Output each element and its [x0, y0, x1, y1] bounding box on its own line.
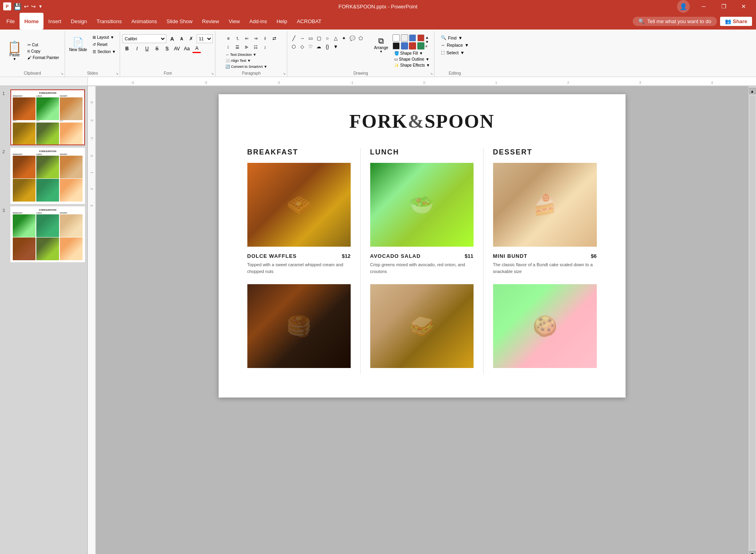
qs-item-5[interactable]	[393, 42, 400, 49]
slide-preview-2[interactable]: FORK&SPOON BREAKFAST LUNCH	[10, 148, 85, 204]
paste-button[interactable]: 📋 Paste ▼	[4, 40, 25, 62]
paste-dropdown[interactable]: ▼	[13, 57, 16, 61]
find-button[interactable]: 🔍 Find ▼	[438, 34, 471, 41]
shape-cloud[interactable]: ☁	[315, 43, 323, 51]
shadow-button[interactable]: S	[162, 44, 171, 53]
quick-styles-palette[interactable]	[393, 34, 424, 49]
font-color-button[interactable]: A	[192, 44, 201, 53]
menu-slideshow[interactable]: Slide Show	[162, 13, 197, 30]
shape-oval[interactable]: ○	[323, 34, 331, 42]
shape-pentagon[interactable]: ⬠	[357, 34, 365, 42]
arrange-button[interactable]: ⧉ Arrange ▼	[372, 34, 390, 55]
quick-access-save[interactable]: 💾	[14, 3, 22, 10]
slide-thumbnail-1[interactable]: 1 FORK&SPOON BREAKFAST Waffles Pancakes	[2, 89, 85, 145]
increase-font-button[interactable]: A	[168, 34, 176, 43]
qs-item-1[interactable]	[393, 34, 400, 42]
justify-button[interactable]: ☷	[251, 43, 260, 51]
shape-effects-button[interactable]: ✨ Shape Effects ▼	[393, 62, 432, 68]
drawing-expand[interactable]: ↘	[430, 72, 433, 75]
align-center-button[interactable]: ☰	[233, 43, 242, 51]
text-direction-button[interactable]: ↔ Text Direction ▼	[224, 52, 258, 57]
slides-expand[interactable]: ↘	[116, 72, 118, 75]
copy-button[interactable]: ⎘ Copy	[26, 48, 61, 54]
menu-home[interactable]: Home	[20, 13, 43, 30]
align-left-button[interactable]: ⫶	[224, 43, 233, 51]
decrease-indent-button[interactable]: ⇐	[242, 34, 251, 42]
qs-item-6[interactable]	[401, 42, 408, 49]
shape-heart[interactable]: ♡	[306, 43, 314, 51]
increase-indent-button[interactable]: ⇒	[251, 34, 260, 42]
shape-round-rect[interactable]: ▢	[315, 34, 323, 42]
spacing-button[interactable]: AV	[172, 44, 181, 53]
line-spacing-button[interactable]: ↕	[261, 43, 269, 51]
font-name-select[interactable]: Calibri	[122, 34, 166, 43]
new-slide-button[interactable]: 📄 New Slide	[67, 36, 89, 53]
shape-outline-button[interactable]: ▭ Shape Outline ▼	[393, 56, 432, 62]
font-expand[interactable]: ↘	[211, 72, 214, 75]
quick-styles-down[interactable]: ▼	[425, 40, 429, 44]
menu-design[interactable]: Design	[66, 13, 92, 30]
rtl-button[interactable]: ⇄	[270, 34, 278, 42]
shape-line[interactable]: ╱	[290, 34, 298, 42]
reset-button[interactable]: ↺ Reset	[91, 42, 117, 47]
menu-insert[interactable]: Insert	[43, 13, 66, 30]
shape-triangle[interactable]: △	[332, 34, 340, 42]
layout-button[interactable]: ⊞ Layout ▼	[91, 34, 117, 40]
user-avatar[interactable]: 👤	[677, 0, 690, 13]
tell-me-input[interactable]: 🔍 Tell me what you want to do	[633, 17, 717, 26]
clear-format-button[interactable]: ✗	[187, 34, 195, 43]
underline-button[interactable]: U	[142, 44, 151, 53]
shape-arrow[interactable]: →	[298, 34, 306, 42]
cut-button[interactable]: ✂ Cut	[26, 42, 61, 48]
align-right-button[interactable]: ⫸	[242, 43, 251, 51]
italic-button[interactable]: I	[132, 44, 141, 53]
format-painter-button[interactable]: 🖌 Format Painter	[26, 55, 61, 61]
bullets-button[interactable]: ≡	[224, 34, 233, 42]
menu-review[interactable]: Review	[197, 13, 224, 30]
menu-file[interactable]: File	[2, 13, 20, 30]
qs-item-3[interactable]	[409, 34, 416, 42]
shape-rect[interactable]: ▭	[306, 34, 314, 42]
shape-callout[interactable]: 💬	[348, 34, 356, 42]
convert-smartart-button[interactable]: 🔄 Convert to SmartArt ▼	[224, 64, 268, 69]
section-button[interactable]: ☰ Section ▼	[91, 49, 117, 55]
shape-hexagon[interactable]: ⬡	[290, 43, 298, 51]
columns-button[interactable]: ⫴	[261, 34, 269, 42]
close-button[interactable]: ✕	[734, 0, 753, 13]
quick-styles-up[interactable]: ▲	[425, 36, 429, 40]
canvas-area[interactable]: FORK&SPOON BREAKFAST 🧇 DOLCE WAFFLES $12…	[96, 86, 748, 554]
select-button[interactable]: ⬚ Select ▼	[438, 49, 471, 56]
shape-brace[interactable]: {}	[323, 43, 331, 51]
restore-button[interactable]: ❐	[715, 0, 733, 13]
quick-access-undo[interactable]: ↩	[24, 3, 29, 10]
paragraph-expand[interactable]: ↘	[283, 72, 286, 75]
shape-star[interactable]: ✦	[340, 34, 348, 42]
quick-access-customize[interactable]: ▼	[38, 4, 43, 9]
qs-item-4[interactable]	[417, 34, 424, 42]
menu-animations[interactable]: Animations	[126, 13, 162, 30]
shape-diamond[interactable]: ◇	[298, 43, 306, 51]
menu-help[interactable]: Help	[272, 13, 292, 30]
slide-thumbnail-3[interactable]: 3 FORK&SPOON BREAKFAST LUNCH	[2, 206, 85, 262]
scroll-down-button[interactable]: ▼	[749, 551, 756, 554]
menu-transitions[interactable]: Transitions	[92, 13, 126, 30]
slide-canvas[interactable]: FORK&SPOON BREAKFAST 🧇 DOLCE WAFFLES $12…	[219, 94, 626, 398]
qs-item-8[interactable]	[417, 42, 424, 49]
qs-item-7[interactable]	[409, 42, 416, 49]
numbering-button[interactable]: ⒈	[233, 34, 242, 42]
qs-item-2[interactable]	[401, 34, 408, 42]
case-button[interactable]: Aa	[182, 44, 191, 53]
quick-access-redo[interactable]: ↪	[31, 3, 36, 10]
bold-button[interactable]: B	[122, 44, 131, 53]
replace-button[interactable]: ↔ Replace ▼	[438, 42, 471, 48]
decrease-font-button[interactable]: A	[177, 34, 186, 43]
menu-addins[interactable]: Add-ins	[245, 13, 272, 30]
scroll-up-button[interactable]: ▲	[749, 88, 756, 94]
clipboard-expand[interactable]: ↘	[61, 72, 63, 75]
slide-thumbnail-2[interactable]: 2 FORK&SPOON BREAKFAST LUNCH	[2, 148, 85, 204]
slide-preview-1[interactable]: FORK&SPOON BREAKFAST Waffles Pancakes LU…	[10, 89, 85, 145]
quick-styles-expand[interactable]: ≡	[425, 44, 429, 48]
menu-acrobat[interactable]: ACROBAT	[292, 13, 326, 30]
slide-preview-3[interactable]: FORK&SPOON BREAKFAST LUNCH	[10, 206, 85, 262]
minimize-button[interactable]: ─	[695, 0, 713, 13]
